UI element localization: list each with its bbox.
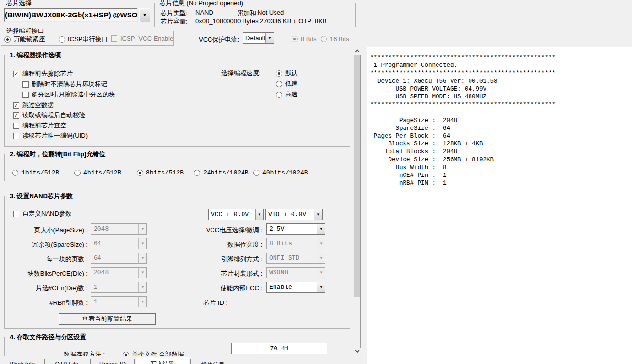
- pages-per-block-combobox: 64 ▼: [91, 253, 147, 264]
- pin-layout-label: 引脚排列方式 :: [179, 255, 262, 264]
- checkbox-icon: [13, 211, 19, 217]
- tab-block-info[interactable]: Block Info: [1, 359, 43, 364]
- interface-group: 选择编程接口 万能锁紧座 ICSP串行接口 ICSP_VCC Enable: [1, 31, 174, 46]
- checkbox-label: 删除时不清除芯片坏块标记: [32, 80, 107, 89]
- rbn-count-value: 1: [91, 297, 138, 307]
- icsp-vcc-checkbox: ICSP_VCC Enable: [111, 35, 173, 42]
- read-uid-checkbox[interactable]: 读取芯片唯一编码(UID): [13, 131, 88, 140]
- interface-group-title: 选择编程接口: [4, 27, 46, 35]
- auto-verify-checkbox[interactable]: ✓ 读取或编程后自动校验: [13, 111, 85, 120]
- chip-type-label: 芯片类型:: [161, 9, 188, 17]
- bitflip-4bits-radio[interactable]: 4bits/512B: [74, 169, 121, 176]
- scroll-up-button[interactable]: [353, 47, 361, 55]
- vcc-voltage-combobox[interactable]: 2.5V ▼: [266, 223, 325, 235]
- view-config-button[interactable]: 查看当前配置结果: [59, 313, 156, 325]
- blocks-per-ce-combobox: 2048 ▼: [91, 267, 147, 278]
- data-width-value: 8 Bits: [267, 238, 317, 249]
- speed-default-radio[interactable]: 默认: [276, 69, 298, 78]
- sparesize-combobox: 64 ▼: [91, 238, 147, 249]
- chevron-up-icon: [355, 49, 359, 54]
- bus-8bits-radio: 8 Bits: [292, 35, 317, 43]
- radio-icon: [276, 70, 282, 77]
- blank-check-before-program-checkbox[interactable]: 编程前芯片查空: [13, 121, 66, 130]
- radio-icon: [59, 36, 65, 43]
- single-file-radio[interactable]: 单个文件 全部数据: [123, 350, 184, 356]
- blocks-per-ce-label: 块数BlksPerCE(Die) :: [5, 269, 88, 278]
- scrollbar-thumb[interactable]: [354, 55, 360, 297]
- socket-radio[interactable]: 万能锁紧座: [4, 35, 45, 44]
- chevron-down-icon: ▼: [317, 282, 325, 292]
- keep-badblock-mark-checkbox[interactable]: 删除时不清除芯片坏块标记: [22, 80, 107, 89]
- custom-nand-params-checkbox[interactable]: 自定义NAND参数: [13, 209, 72, 218]
- scroll-down-button[interactable]: [353, 348, 361, 356]
- chevron-down-icon: ▼: [138, 297, 146, 307]
- tab-unique-id[interactable]: Unique-ID: [90, 359, 135, 364]
- erase-before-program-checkbox[interactable]: ✓ 编程前先擦除芯片: [13, 69, 73, 78]
- checkbox-icon: [13, 123, 19, 129]
- vcc-trim-combobox[interactable]: VCC + 0.0V ▼: [208, 209, 264, 220]
- chip-select-combobox[interactable]: (BIWIN)BWJX08K-2Gb(x1+ISP) @WSON8: [4, 8, 138, 22]
- erase-selected-partition-checkbox[interactable]: 多分区时,只擦除选中分区的块: [22, 90, 115, 99]
- checkbox-icon: ✓: [13, 102, 19, 109]
- checkbox-label: 自定义NAND参数: [22, 209, 72, 218]
- panel-scrollbar[interactable]: [353, 47, 360, 356]
- bitflip-24bits-radio[interactable]: 24bits/1024B: [194, 169, 249, 176]
- checkbox-icon: [22, 92, 29, 98]
- chevron-down-icon: ▼: [255, 209, 263, 220]
- vcc-voltage-value: 2.5V: [267, 224, 317, 234]
- vcc-protect-value: Default: [243, 33, 265, 43]
- chip-info-group: 芯片信息 (No Project opened) 芯片类型: NAND 累加和:…: [154, 3, 356, 27]
- section4-title: 4. 存取文件路径与分区设置: [8, 333, 88, 342]
- chevron-down-icon: ▼: [314, 209, 322, 220]
- bitflip-1bits-radio[interactable]: 1bits/512B: [12, 169, 59, 176]
- vcc-trim-value: VCC + 0.0V: [209, 209, 255, 220]
- radio-icon: [276, 92, 282, 98]
- tab-operation-info[interactable]: 操作信息: [190, 359, 235, 364]
- radio-label: 低速: [285, 79, 298, 88]
- rbn-count-label: #RBn引脚数 :: [5, 299, 88, 307]
- chevron-down-icon: ▼: [138, 238, 146, 249]
- speed-select-label: 选择编程速度:: [221, 69, 261, 78]
- chip-select-dropdown-button[interactable]: ▼: [139, 8, 150, 22]
- skip-blank-data-checkbox[interactable]: ✓ 跳过空数据: [13, 101, 54, 110]
- package-value: WSON8: [267, 268, 317, 278]
- chip-select-group-title: 芯片选择: [4, 0, 33, 8]
- icsp-radio-label: ICSP串行接口: [68, 35, 108, 44]
- ce-count-label: 片选#CEn(Die)数 :: [5, 284, 88, 293]
- speed-high-radio[interactable]: 高速: [276, 90, 298, 99]
- data-width-label: 数据位宽度 :: [179, 240, 262, 249]
- checkbox-icon: ✓: [13, 71, 19, 77]
- bitflip-8bits-radio[interactable]: 8bits/512B: [137, 169, 184, 176]
- checkbox-icon: [22, 81, 29, 88]
- bitflip-40bits-radio[interactable]: 40bits/1024B: [253, 169, 308, 176]
- tab-write-result[interactable]: 写入结果: [136, 357, 189, 364]
- vio-trim-combobox[interactable]: VIO + 0.0V ▼: [265, 209, 323, 220]
- ce-count-combobox: 1 ▼: [91, 282, 147, 293]
- radio-label: 40bits/1024B: [262, 169, 308, 176]
- rbn-count-combobox: 1 ▼: [91, 296, 147, 307]
- socket-radio-label: 万能锁紧座: [14, 35, 45, 44]
- package-label: 芯片封装形式 :: [179, 269, 262, 278]
- speed-low-radio[interactable]: 低速: [276, 79, 298, 88]
- bus-16bits-label: 16 Bits: [330, 35, 349, 43]
- radio-label: 高速: [285, 90, 298, 99]
- radio-icon: [292, 36, 298, 42]
- radio-label: 24bits/1024B: [203, 169, 249, 176]
- data-width-combobox: 8 Bits ▼: [266, 238, 325, 249]
- radio-icon: [4, 36, 11, 43]
- bus-16bits-radio: 16 Bits: [321, 35, 349, 43]
- programmer-window: { "chip_select": { "title": "芯片选择", "val…: [0, 0, 632, 364]
- data-access-label: 数据存取方法 :: [64, 350, 105, 356]
- radio-icon: [253, 170, 259, 176]
- icsp-radio[interactable]: ICSP串行接口: [59, 35, 108, 44]
- section2-group: 2. 编程时，位翻转[Bit Flip]允错位: [4, 154, 350, 181]
- chevron-down-icon: ▼: [143, 13, 147, 17]
- radio-icon: [12, 170, 18, 176]
- chip-info-group-title: 芯片信息 (No Project opened): [158, 0, 245, 8]
- tab-otp-file[interactable]: OTP-File: [44, 359, 89, 364]
- section3-title: 3. 设置NAND芯片参数: [8, 192, 75, 201]
- radio-icon: [123, 352, 129, 357]
- checksum-label: 累加和:: [237, 9, 258, 17]
- internal-ecc-combobox[interactable]: Enable ▼: [266, 282, 325, 293]
- vcc-protect-combobox[interactable]: Default ▼: [243, 32, 274, 44]
